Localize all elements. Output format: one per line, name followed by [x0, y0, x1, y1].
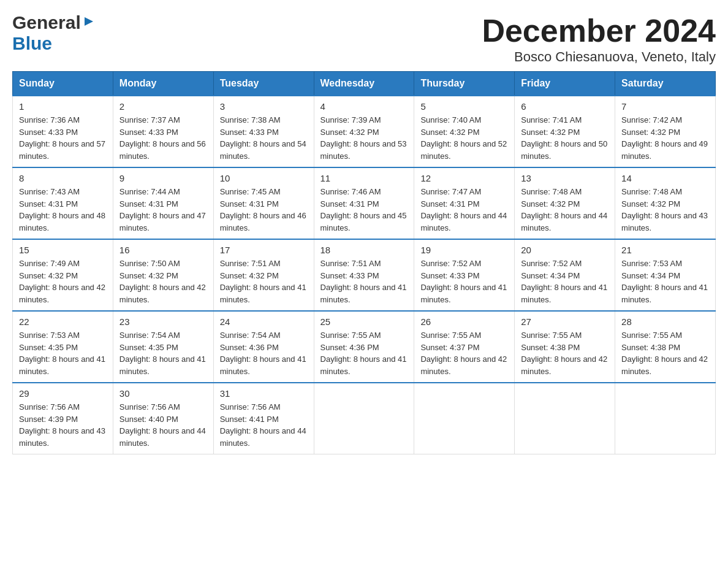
- day-info: Sunrise: 7:55 AM Sunset: 4:38 PM Dayligh…: [621, 329, 709, 377]
- day-number: 28: [621, 316, 709, 327]
- day-number: 20: [521, 245, 609, 255]
- table-row: 13 Sunrise: 7:48 AM Sunset: 4:32 PM Dayl…: [515, 167, 615, 239]
- table-row: 31 Sunrise: 7:56 AM Sunset: 4:41 PM Dayl…: [213, 383, 314, 454]
- day-info: Sunrise: 7:38 AM Sunset: 4:33 PM Dayligh…: [220, 114, 308, 162]
- day-number: 31: [220, 388, 308, 399]
- table-row: 6 Sunrise: 7:41 AM Sunset: 4:32 PM Dayli…: [515, 96, 615, 167]
- day-number: 25: [320, 316, 408, 327]
- day-info: Sunrise: 7:55 AM Sunset: 4:36 PM Dayligh…: [320, 329, 408, 377]
- day-info: Sunrise: 7:56 AM Sunset: 4:39 PM Dayligh…: [19, 401, 107, 449]
- title-block: December 2024 Bosco Chiesanuova, Veneto,…: [482, 12, 716, 65]
- day-info: Sunrise: 7:48 AM Sunset: 4:32 PM Dayligh…: [621, 186, 709, 234]
- table-row: [515, 383, 615, 454]
- day-info: Sunrise: 7:55 AM Sunset: 4:38 PM Dayligh…: [521, 329, 609, 377]
- day-number: 30: [119, 388, 207, 399]
- logo-blue: Blue: [12, 33, 52, 53]
- day-number: 3: [220, 101, 308, 112]
- table-row: 10 Sunrise: 7:45 AM Sunset: 4:31 PM Dayl…: [213, 167, 314, 239]
- table-row: 28 Sunrise: 7:55 AM Sunset: 4:38 PM Dayl…: [615, 311, 716, 383]
- table-row: 5 Sunrise: 7:40 AM Sunset: 4:32 PM Dayli…: [414, 96, 515, 167]
- day-number: 17: [220, 245, 308, 255]
- table-row: 26 Sunrise: 7:55 AM Sunset: 4:37 PM Dayl…: [414, 311, 515, 383]
- table-row: 3 Sunrise: 7:38 AM Sunset: 4:33 PM Dayli…: [213, 96, 314, 167]
- table-row: 17 Sunrise: 7:51 AM Sunset: 4:32 PM Dayl…: [213, 239, 314, 311]
- day-info: Sunrise: 7:49 AM Sunset: 4:32 PM Dayligh…: [19, 258, 107, 305]
- day-number: 27: [521, 316, 609, 327]
- day-info: Sunrise: 7:48 AM Sunset: 4:32 PM Dayligh…: [521, 186, 609, 234]
- day-number: 29: [19, 388, 107, 399]
- day-info: Sunrise: 7:46 AM Sunset: 4:31 PM Dayligh…: [320, 186, 408, 234]
- table-row: 7 Sunrise: 7:42 AM Sunset: 4:32 PM Dayli…: [615, 96, 716, 167]
- logo-arrow-icon: [82, 15, 96, 31]
- calendar-table: Sunday Monday Tuesday Wednesday Thursday…: [12, 71, 716, 454]
- day-number: 2: [119, 101, 207, 112]
- table-row: 2 Sunrise: 7:37 AM Sunset: 4:33 PM Dayli…: [113, 96, 213, 167]
- table-row: [314, 383, 414, 454]
- day-info: Sunrise: 7:51 AM Sunset: 4:33 PM Dayligh…: [320, 258, 408, 305]
- day-number: 7: [621, 101, 709, 112]
- calendar-week-row: 22 Sunrise: 7:53 AM Sunset: 4:35 PM Dayl…: [13, 311, 716, 383]
- table-row: 21 Sunrise: 7:53 AM Sunset: 4:34 PM Dayl…: [615, 239, 716, 311]
- day-info: Sunrise: 7:40 AM Sunset: 4:32 PM Dayligh…: [420, 114, 508, 162]
- table-row: [414, 383, 515, 454]
- table-row: 25 Sunrise: 7:55 AM Sunset: 4:36 PM Dayl…: [314, 311, 414, 383]
- day-info: Sunrise: 7:54 AM Sunset: 4:36 PM Dayligh…: [220, 329, 308, 377]
- table-row: 9 Sunrise: 7:44 AM Sunset: 4:31 PM Dayli…: [113, 167, 213, 239]
- calendar-title: December 2024: [482, 12, 716, 49]
- day-info: Sunrise: 7:56 AM Sunset: 4:40 PM Dayligh…: [119, 401, 207, 449]
- table-row: 30 Sunrise: 7:56 AM Sunset: 4:40 PM Dayl…: [113, 383, 213, 454]
- table-row: [615, 383, 716, 454]
- day-info: Sunrise: 7:43 AM Sunset: 4:31 PM Dayligh…: [19, 186, 107, 234]
- day-number: 1: [19, 101, 107, 112]
- col-sunday: Sunday: [13, 72, 113, 96]
- table-row: 4 Sunrise: 7:39 AM Sunset: 4:32 PM Dayli…: [314, 96, 414, 167]
- day-info: Sunrise: 7:51 AM Sunset: 4:32 PM Dayligh…: [220, 258, 308, 305]
- table-row: 15 Sunrise: 7:49 AM Sunset: 4:32 PM Dayl…: [13, 239, 113, 311]
- col-monday: Monday: [113, 72, 213, 96]
- table-row: 29 Sunrise: 7:56 AM Sunset: 4:39 PM Dayl…: [13, 383, 113, 454]
- day-number: 24: [220, 316, 308, 327]
- col-friday: Friday: [515, 72, 615, 96]
- table-row: 1 Sunrise: 7:36 AM Sunset: 4:33 PM Dayli…: [13, 96, 113, 167]
- calendar-week-row: 15 Sunrise: 7:49 AM Sunset: 4:32 PM Dayl…: [13, 239, 716, 311]
- day-info: Sunrise: 7:53 AM Sunset: 4:34 PM Dayligh…: [621, 258, 709, 305]
- day-info: Sunrise: 7:41 AM Sunset: 4:32 PM Dayligh…: [521, 114, 609, 162]
- table-row: 27 Sunrise: 7:55 AM Sunset: 4:38 PM Dayl…: [515, 311, 615, 383]
- col-tuesday: Tuesday: [213, 72, 314, 96]
- day-info: Sunrise: 7:55 AM Sunset: 4:37 PM Dayligh…: [420, 329, 508, 377]
- calendar-subtitle: Bosco Chiesanuova, Veneto, Italy: [482, 49, 716, 65]
- table-row: 19 Sunrise: 7:52 AM Sunset: 4:33 PM Dayl…: [414, 239, 515, 311]
- day-info: Sunrise: 7:37 AM Sunset: 4:33 PM Dayligh…: [119, 114, 207, 162]
- svg-marker-0: [85, 17, 93, 26]
- day-number: 18: [320, 245, 408, 255]
- table-row: 11 Sunrise: 7:46 AM Sunset: 4:31 PM Dayl…: [314, 167, 414, 239]
- table-row: 23 Sunrise: 7:54 AM Sunset: 4:35 PM Dayl…: [113, 311, 213, 383]
- day-number: 23: [119, 316, 207, 327]
- day-number: 9: [119, 173, 207, 183]
- day-number: 26: [420, 316, 508, 327]
- day-number: 14: [621, 173, 709, 183]
- table-row: 16 Sunrise: 7:50 AM Sunset: 4:32 PM Dayl…: [113, 239, 213, 311]
- calendar-week-row: 8 Sunrise: 7:43 AM Sunset: 4:31 PM Dayli…: [13, 167, 716, 239]
- day-info: Sunrise: 7:50 AM Sunset: 4:32 PM Dayligh…: [119, 258, 207, 305]
- day-info: Sunrise: 7:47 AM Sunset: 4:31 PM Dayligh…: [420, 186, 508, 234]
- table-row: 14 Sunrise: 7:48 AM Sunset: 4:32 PM Dayl…: [615, 167, 716, 239]
- table-row: 22 Sunrise: 7:53 AM Sunset: 4:35 PM Dayl…: [13, 311, 113, 383]
- calendar-week-row: 29 Sunrise: 7:56 AM Sunset: 4:39 PM Dayl…: [13, 383, 716, 454]
- day-info: Sunrise: 7:52 AM Sunset: 4:33 PM Dayligh…: [420, 258, 508, 305]
- day-number: 13: [521, 173, 609, 183]
- table-row: 20 Sunrise: 7:52 AM Sunset: 4:34 PM Dayl…: [515, 239, 615, 311]
- day-number: 4: [320, 101, 408, 112]
- day-number: 5: [420, 101, 508, 112]
- logo-general: General: [12, 12, 81, 33]
- col-saturday: Saturday: [615, 72, 716, 96]
- day-info: Sunrise: 7:39 AM Sunset: 4:32 PM Dayligh…: [320, 114, 408, 162]
- day-number: 22: [19, 316, 107, 327]
- table-row: 12 Sunrise: 7:47 AM Sunset: 4:31 PM Dayl…: [414, 167, 515, 239]
- calendar-week-row: 1 Sunrise: 7:36 AM Sunset: 4:33 PM Dayli…: [13, 96, 716, 167]
- table-row: 8 Sunrise: 7:43 AM Sunset: 4:31 PM Dayli…: [13, 167, 113, 239]
- day-number: 10: [220, 173, 308, 183]
- day-info: Sunrise: 7:45 AM Sunset: 4:31 PM Dayligh…: [220, 186, 308, 234]
- day-info: Sunrise: 7:42 AM Sunset: 4:32 PM Dayligh…: [621, 114, 709, 162]
- day-info: Sunrise: 7:44 AM Sunset: 4:31 PM Dayligh…: [119, 186, 207, 234]
